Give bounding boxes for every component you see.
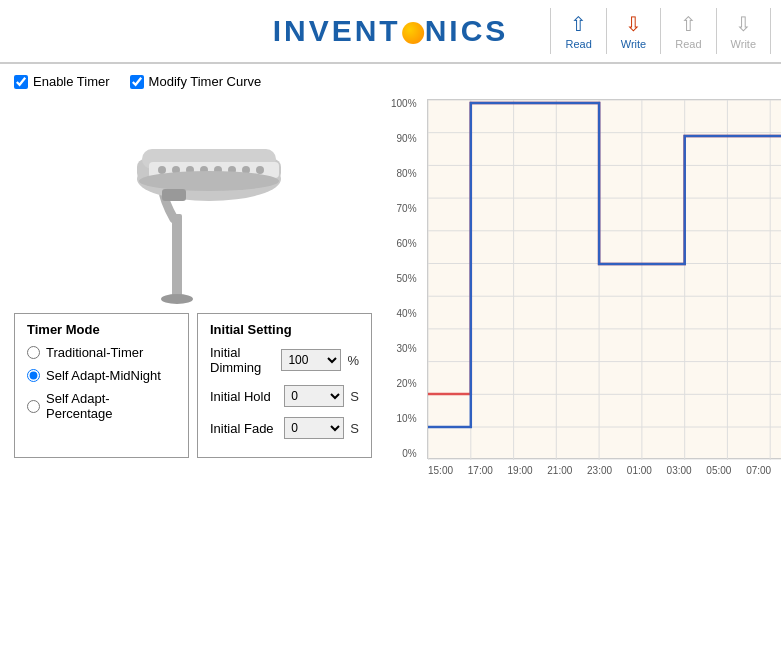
header: INVENTNICS ⇧ Read ⇩ Write ⇧ Read ⇩ Write xyxy=(0,0,781,64)
hold-row: Initial Hold 0 5 10 30 S xyxy=(210,385,359,407)
svg-point-13 xyxy=(139,171,279,191)
fade-select[interactable]: 0 5 10 30 xyxy=(284,417,344,439)
download-icon-1: ⇩ xyxy=(625,12,642,36)
lower-panels: Timer Mode Traditional-Timer Self Adapt-… xyxy=(14,313,372,458)
write-button-1[interactable]: ⇩ Write xyxy=(607,8,661,54)
timer-mode-midnight[interactable]: Self Adapt-MidNight xyxy=(27,368,176,383)
logo-o-icon xyxy=(402,22,424,44)
timer-mode-traditional[interactable]: Traditional-Timer xyxy=(27,345,176,360)
chart-wrapper: 100% 90% 80% 70% 60% 50% 40% 30% 20% 10%… xyxy=(427,99,781,459)
chart-canvas: 15:00 17:00 19:00 21:00 23:00 01:00 03:0… xyxy=(427,99,781,459)
timer-mode-midnight-radio[interactable] xyxy=(27,369,40,382)
lamp-illustration xyxy=(54,104,334,304)
upload-icon-1: ⇧ xyxy=(570,12,587,36)
dimming-unit: % xyxy=(347,353,359,368)
timer-mode-traditional-radio[interactable] xyxy=(27,346,40,359)
content-area: Timer Mode Traditional-Timer Self Adapt-… xyxy=(14,99,767,459)
svg-rect-0 xyxy=(172,214,182,299)
timer-mode-title: Timer Mode xyxy=(27,322,176,337)
toolbar: ⇧ Read ⇩ Write ⇧ Read ⇩ Write xyxy=(550,8,771,54)
upload-icon-2: ⇧ xyxy=(680,12,697,36)
timer-mode-percentage[interactable]: Self Adapt-Percentage xyxy=(27,391,176,421)
read-button-2[interactable]: ⇧ Read xyxy=(661,8,716,54)
svg-point-15 xyxy=(161,294,193,304)
timer-mode-percentage-radio[interactable] xyxy=(27,400,40,413)
enable-timer-checkbox[interactable]: Enable Timer xyxy=(14,74,110,89)
svg-rect-14 xyxy=(162,189,186,201)
y-axis: 100% 90% 80% 70% 60% 50% 40% 30% 20% 10%… xyxy=(391,99,417,459)
download-icon-2: ⇩ xyxy=(735,12,752,36)
fade-unit: S xyxy=(350,421,359,436)
main-content: Enable Timer Modify Timer Curve xyxy=(0,64,781,469)
logo: INVENTNICS xyxy=(273,14,509,48)
dimming-label: Initial Dimming xyxy=(210,345,275,375)
checkboxes-row: Enable Timer Modify Timer Curve xyxy=(14,74,767,89)
svg-point-12 xyxy=(256,166,264,174)
hold-label: Initial Hold xyxy=(210,389,278,404)
hold-select[interactable]: 0 5 10 30 xyxy=(284,385,344,407)
dimming-row: Initial Dimming 100 90 80 70 50 % xyxy=(210,345,359,375)
read-button-1[interactable]: ⇧ Read xyxy=(551,8,606,54)
chart-svg xyxy=(428,100,781,460)
fade-row: Initial Fade 0 5 10 30 S xyxy=(210,417,359,439)
write-button-2[interactable]: ⇩ Write xyxy=(717,8,771,54)
initial-setting-panel: Initial Setting Initial Dimming 100 90 8… xyxy=(197,313,372,458)
fade-label: Initial Fade xyxy=(210,421,278,436)
hold-unit: S xyxy=(350,389,359,404)
x-axis: 15:00 17:00 19:00 21:00 23:00 01:00 03:0… xyxy=(428,465,781,476)
enable-timer-input[interactable] xyxy=(14,75,28,89)
lamp-image xyxy=(44,99,344,309)
left-section: Timer Mode Traditional-Timer Self Adapt-… xyxy=(14,99,372,458)
chart-section: 100% 90% 80% 70% 60% 50% 40% 30% 20% 10%… xyxy=(387,99,781,459)
timer-mode-panel: Timer Mode Traditional-Timer Self Adapt-… xyxy=(14,313,189,458)
initial-setting-title: Initial Setting xyxy=(210,322,359,337)
modify-timer-curve-input[interactable] xyxy=(130,75,144,89)
svg-point-5 xyxy=(158,166,166,174)
modify-timer-curve-checkbox[interactable]: Modify Timer Curve xyxy=(130,74,262,89)
dimming-select[interactable]: 100 90 80 70 50 xyxy=(281,349,341,371)
